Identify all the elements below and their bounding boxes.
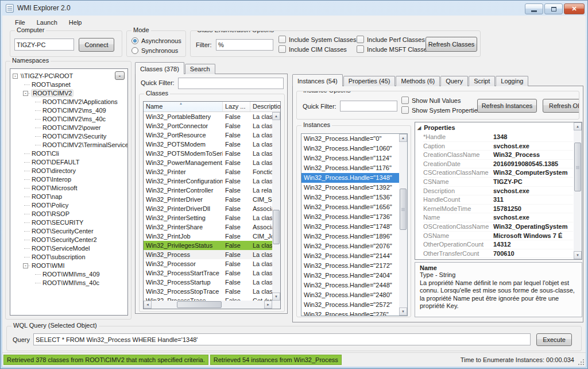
class-row[interactable]: Win32_PortConnector False La classe [144,121,272,130]
property-row[interactable]: OtherOperationCount 14312 [423,240,573,249]
instance-row[interactable]: Win32_Process.Handle="1392" [301,183,407,193]
instance-row[interactable]: Win32_Process.Handle="1348" [301,173,407,183]
instance-row[interactable]: Win32_Process.Handle="0" [301,134,407,144]
property-row[interactable]: CreationClassName Win32_Process [423,151,573,160]
resize-grip[interactable] [577,358,584,365]
scroll-down-icon[interactable]: ▼ [399,308,407,316]
class-row[interactable]: Win32_POTSModem False La classe [144,140,272,149]
tree-collapse-icon[interactable]: - [13,74,18,79]
checkbox-option[interactable]: Include MSFT Classes [357,44,430,54]
property-row[interactable]: HandleCount 311 [423,195,573,205]
scroll-left-icon[interactable]: ◄ [144,301,152,309]
instance-row[interactable]: Win32_Process.Handle="2480" [301,290,407,300]
property-row[interactable]: OSCreationClassName Win32_OperatingSyste… [423,222,573,232]
checkbox-option[interactable]: Include System Classes [278,34,356,44]
column-header-description[interactable]: Descriptio [250,102,280,112]
tab-item[interactable]: Query [440,76,468,86]
tree-item[interactable]: - ROOT\nap [10,193,127,201]
checkbox-icon[interactable] [357,45,364,53]
properties-grid-header[interactable]: ◢ Properties [415,122,582,133]
property-row[interactable]: OSName Microsoft Windows 7 É [423,232,573,241]
tree-item[interactable]: - ROOT\Policy [10,201,127,210]
property-row[interactable]: Description svchost.exe [423,187,573,196]
class-row[interactable]: Win32_ProcessStartup False La classe [144,278,272,287]
property-row[interactable]: OtherTransferCount 700610 [423,249,573,259]
menu-item[interactable]: Help [63,17,88,28]
class-row[interactable]: Win32_PrintJob False CIM_Job ( [144,232,272,241]
class-row[interactable]: Win32_Process False La classe [144,250,272,259]
tree-item[interactable]: - ROOT\WMI [10,262,127,270]
tree-item[interactable]: - ROOT\SECURITY [10,218,127,227]
tree-item[interactable]: - ROOT\directory [10,167,127,175]
scroll-right-icon[interactable]: ► [264,301,272,309]
checkbox-option[interactable]: Include Perf Classes [357,34,430,44]
checkbox-icon[interactable] [278,45,286,53]
refresh-classes-button[interactable]: Refresh Classes [425,37,477,52]
checkbox-option[interactable]: Show System Properties [401,105,481,115]
tree-item[interactable]: - ROOT\CIMV2\Security [10,132,127,141]
mode-radio-option[interactable]: Asynchronous [131,36,185,45]
scrollbar-thumb[interactable] [400,189,407,230]
column-header-lazy[interactable]: Lazy ... [223,102,250,112]
tree-item[interactable]: - ROOT\subscription [10,253,127,262]
instance-row[interactable]: Win32_Process.Handle="2076" [301,241,407,251]
tree-item[interactable]: - ROOT\aspnet [10,80,127,89]
classes-quick-filter-input[interactable] [178,78,284,89]
class-row[interactable]: Win32_PrinterDriverDll False Associatio [144,204,272,213]
tab-item[interactable]: Methods (6) [396,76,440,86]
close-button[interactable]: ✕ [564,3,585,14]
instance-row[interactable]: Win32_Process.Handle="1176" [301,163,407,173]
class-row[interactable]: Win32_ProcessStartTrace False La classe [144,268,272,278]
checkbox-icon[interactable] [278,36,286,43]
class-row[interactable]: Win32_PortResource False La classe [144,130,272,140]
tree-item[interactable]: - ROOT\CIMV2\power [10,124,127,132]
instance-row[interactable]: Win32_Process.Handle="1060" [301,144,407,153]
class-row[interactable]: Win32_PowerManagement... False La classe [144,158,272,167]
property-row[interactable]: KernelModeTime 15781250 [423,205,573,214]
property-row[interactable]: CSCreationClassName Win32_ComputerSystem [423,168,573,178]
tree-item[interactable]: - ROOT\Interop [10,175,127,184]
tree-item[interactable]: - ROOT\WMI\ms_40c [10,279,127,287]
radio-icon[interactable] [131,47,138,54]
class-row[interactable]: Win32_Printer False Fonctionn [144,167,272,176]
class-row[interactable]: Win32_Processor False La classe [144,259,272,268]
tree-item[interactable]: - ROOT\CIMV2\TerminalServices [10,141,127,149]
instance-row[interactable]: Win32_Process.Handle="276" [301,310,407,316]
instances-quick-filter-input[interactable] [340,101,397,112]
scroll-down-icon[interactable]: ▼ [272,293,280,301]
tree-item[interactable]: - ROOT\RSOP [10,210,127,218]
tree-item[interactable]: - ROOT\CIMV2\ms_409 [10,106,127,115]
checkbox-icon[interactable] [401,97,409,104]
tree-item[interactable]: - ROOT\Cli [10,149,127,158]
tree-collapse-icon[interactable]: - [23,91,28,96]
properties-vertical-scrollbar[interactable]: ▲ ▼ [574,122,582,259]
tab-item[interactable]: Search [185,64,215,74]
expander-icon[interactable]: ◢ [417,125,421,130]
class-row[interactable]: Win32_PrivilegesStatus False La classe [144,241,272,250]
property-row[interactable]: CreationDate 20160919080545.1385 [423,160,573,169]
class-row[interactable]: Win32_PrinterDriver False CIM_Serv [144,195,272,204]
instance-row[interactable]: Win32_Process.Handle="1736" [301,212,407,222]
scroll-up-icon[interactable]: ▲ [272,112,280,120]
instance-row[interactable]: Win32_Process.Handle="1124" [301,153,407,163]
instance-row[interactable]: Win32_Process.Handle="2572" [301,300,407,310]
checkbox-option[interactable]: Show Null Values [401,95,481,105]
property-row[interactable]: CSName TIGZY-PC [423,178,573,187]
tree-item[interactable]: - ROOT\CIMV2\Applications [10,98,127,106]
tree-item[interactable]: - ROOT\CIMV2\ms_40c [10,115,127,124]
property-row[interactable]: Name svchost.exe [423,213,573,222]
maximize-button[interactable] [544,3,563,14]
minimize-button[interactable] [525,3,543,14]
class-row[interactable]: Win32_PrinterConfiguration False La clas… [144,176,272,186]
class-row[interactable]: Win32_PrinterSetting False La classe [144,213,272,222]
tree-collapse-icon[interactable]: - [23,263,28,268]
scroll-up-icon[interactable]: ▲ [399,134,407,142]
instance-row[interactable]: Win32_Process.Handle="1656" [301,202,407,212]
tree-item[interactable]: - ROOT\CIMV2 [10,89,127,98]
column-header-name[interactable]: Name ▲ [144,102,223,112]
property-row[interactable]: *Handle 1348 [423,133,573,142]
tab-item[interactable]: Properties (45) [343,76,396,86]
tab-item[interactable]: Instances (54) [292,74,343,86]
classes-vertical-scrollbar[interactable]: ▲ ▼ [272,112,280,301]
instance-row[interactable]: Win32_Process.Handle="2448" [301,280,407,290]
